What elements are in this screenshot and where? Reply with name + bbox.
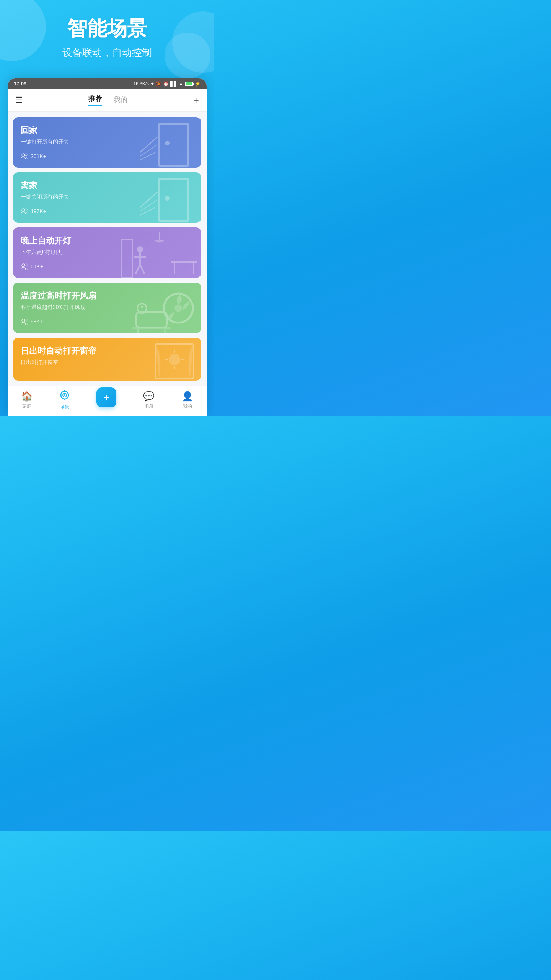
- door-illustration-home: [136, 122, 197, 168]
- nav-label-message: 消息: [144, 403, 153, 410]
- svg-point-46: [64, 394, 65, 396]
- home-nav-icon: 🏠: [21, 391, 33, 402]
- room-illustration-night: [121, 232, 197, 278]
- users-icon-night: [21, 263, 28, 270]
- svg-point-14: [22, 264, 25, 267]
- svg-point-29: [174, 304, 182, 312]
- svg-point-27: [25, 319, 27, 321]
- scene-card-night-light[interactable]: 晚上自动开灯 下午六点时打开灯 61K+: [13, 227, 201, 278]
- scene-card-leave[interactable]: 离家 一键关闭所有的开关 197K+: [13, 172, 201, 223]
- users-icon-home: [21, 152, 28, 160]
- svg-point-32: [141, 306, 143, 308]
- mute-icon: 🔕: [156, 81, 161, 87]
- phone-frame: 17:09 16.3K/s ✦ 🔕 ⏰ ▋▋ ▲ ⚡ ☰ 推荐 我的 + 回家 …: [8, 78, 207, 416]
- users-icon-leave: [21, 207, 28, 215]
- scene-icon-svg: [60, 390, 70, 400]
- svg-line-21: [140, 265, 145, 274]
- menu-icon[interactable]: ☰: [15, 95, 23, 105]
- scene-card-sunrise-curtain[interactable]: 日出时自动打开窗帘 日出时打开窗帘: [13, 338, 201, 381]
- bluetooth-icon: ✦: [150, 81, 154, 87]
- hero-section: 智能场景 设备联动，自动控制: [0, 0, 214, 67]
- status-bar: 17:09 16.3K/s ✦ 🔕 ⏰ ▋▋ ▲ ⚡: [8, 78, 207, 89]
- nav-label-scene: 场景: [60, 404, 69, 410]
- battery-icon: [185, 82, 193, 86]
- svg-point-39: [169, 354, 180, 365]
- door-illustration-leave: [136, 177, 197, 223]
- mine-nav-icon: 👤: [182, 391, 193, 402]
- scene-count-leave: 197K+: [31, 208, 46, 214]
- bottom-nav: 🏠 家庭 场景 + 💬 消: [8, 386, 207, 416]
- status-icons: 16.3K/s ✦ 🔕 ⏰ ▋▋ ▲ ⚡: [133, 81, 201, 87]
- status-time: 17:09: [14, 81, 26, 87]
- wifi-icon: ▲: [179, 81, 183, 87]
- nav-label-mine: 我的: [183, 403, 192, 410]
- tab-mine[interactable]: 我的: [114, 95, 127, 106]
- app-header: ☰ 推荐 我的 +: [8, 89, 207, 112]
- nav-item-mine[interactable]: 👤 我的: [182, 391, 193, 410]
- svg-point-8: [25, 209, 27, 211]
- svg-point-15: [25, 264, 27, 266]
- scene-card-temp-fan[interactable]: 温度过高时打开风扇 客厅温度超过30℃打开风扇 58K+: [13, 283, 201, 333]
- nav-item-message[interactable]: 💬 消息: [143, 391, 155, 410]
- svg-line-6: [140, 152, 155, 160]
- svg-rect-9: [159, 179, 188, 221]
- svg-point-7: [22, 209, 25, 212]
- scene-count-night-light: 61K+: [31, 263, 43, 270]
- nav-item-add[interactable]: +: [96, 394, 116, 407]
- svg-point-0: [22, 154, 25, 157]
- fan-illustration: [121, 287, 197, 333]
- scene-nav-icon: [60, 390, 70, 402]
- svg-rect-22: [121, 240, 132, 278]
- add-btn-icon: +: [103, 392, 109, 403]
- svg-rect-30: [136, 312, 167, 327]
- add-icon[interactable]: +: [193, 94, 199, 106]
- alarm-icon: ⏰: [163, 81, 169, 87]
- network-speed: 16.3K/s: [133, 81, 149, 87]
- scene-count-temp-fan: 58K+: [31, 318, 43, 325]
- svg-point-17: [137, 246, 143, 252]
- svg-point-26: [22, 319, 25, 322]
- nav-item-home[interactable]: 🏠 家庭: [21, 391, 33, 410]
- signal-icon: ▋▋: [170, 81, 177, 87]
- svg-line-20: [135, 265, 140, 274]
- svg-rect-10: [165, 196, 170, 201]
- tab-bar: 推荐 我的: [88, 94, 127, 106]
- scene-list: 回家 一键打开所有的开关 201K+ 离家: [8, 112, 207, 386]
- svg-rect-23: [171, 261, 197, 263]
- lightning-icon: ⚡: [195, 81, 201, 87]
- users-icon-temp: [21, 318, 28, 325]
- nav-label-home: 家庭: [22, 403, 31, 410]
- nav-item-scene[interactable]: 场景: [60, 390, 70, 410]
- svg-point-1: [25, 154, 27, 156]
- svg-rect-3: [165, 141, 170, 145]
- svg-rect-2: [159, 124, 188, 166]
- message-nav-icon: 💬: [143, 391, 155, 402]
- tab-recommended[interactable]: 推荐: [88, 94, 102, 106]
- svg-line-13: [140, 207, 155, 215]
- scene-card-home[interactable]: 回家 一键打开所有的开关 201K+: [13, 117, 201, 168]
- hero-subtitle: 设备联动，自动控制: [8, 46, 207, 59]
- scene-count-home: 201K+: [31, 153, 46, 159]
- curtain-illustration: [144, 342, 197, 381]
- hero-title: 智能场景: [8, 15, 207, 42]
- nav-add-button[interactable]: +: [96, 387, 116, 407]
- svg-rect-35: [132, 327, 171, 329]
